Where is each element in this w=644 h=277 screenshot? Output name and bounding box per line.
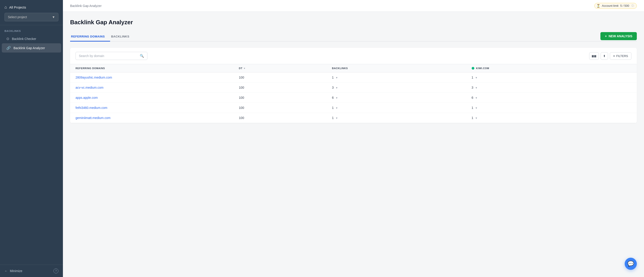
tabs-bar: REFERRING DOMAINS BACKLINKS + NEW ANALYS… — [70, 32, 637, 41]
page-content: Backlink Gap Analyzer REFERRING DOMAINS … — [63, 12, 644, 277]
sidebar: ⌂ All Projects Select project ▼ BACKLINK… — [0, 0, 63, 277]
search-input[interactable] — [79, 54, 138, 58]
table-area: 🔍 ▮▮▮ ⬆ ≡ FILTERS — [70, 48, 637, 123]
cell-kiwi: 1 ▼ — [466, 103, 637, 113]
link-icon: 🔗 — [6, 46, 11, 50]
cell-domain: apps.apple.com — [70, 93, 234, 103]
home-icon: ⌂ — [4, 5, 7, 10]
minimize-label: Minimize — [10, 269, 22, 273]
chevron-down-icon[interactable]: ▼ — [475, 117, 478, 119]
domain-link[interactable]: fethi3460.medium.com — [76, 106, 108, 110]
col-header-referring-domains: REFERRING DOMAINS — [70, 64, 234, 72]
chevron-down-icon[interactable]: ▼ — [336, 117, 338, 119]
tab-referring-domains[interactable]: REFERRING DOMAINS — [70, 32, 110, 41]
all-projects-label: All Projects — [9, 5, 26, 9]
chat-fab-button[interactable]: 💬 — [625, 258, 637, 270]
cell-kiwi: 3 ▼ — [466, 83, 637, 93]
cell-backlinks: 1 ▼ — [326, 113, 466, 123]
chevron-down-icon: ▼ — [52, 15, 55, 19]
chevron-down-icon[interactable]: ▼ — [336, 107, 338, 109]
clock-icon: ⏳ — [596, 4, 600, 8]
cell-kiwi: 1 ▼ — [466, 72, 637, 83]
col-header-dt[interactable]: DT ▼ — [234, 64, 326, 72]
cell-backlinks: 3 ▼ — [326, 83, 466, 93]
cell-backlinks: 1 ▼ — [326, 103, 466, 113]
data-table: REFERRING DOMAINS DT ▼ BACKLINKS — [70, 64, 637, 123]
search-icon: 🔍 — [140, 54, 144, 58]
new-analysis-button[interactable]: + NEW ANALYSIS — [600, 32, 637, 40]
topbar: Backlink Gap Analyzer ⏳ Account limit 5 … — [63, 0, 644, 12]
sidebar-item-backlink-checker[interactable]: ⊙ Backlink Checker — [2, 34, 61, 43]
chevron-down-icon[interactable]: ▼ — [475, 96, 478, 99]
filters-button[interactable]: ≡ FILTERS — [610, 52, 632, 60]
table-row: geminiimatt.medium.com 100 1 ▼ 1 ▼ — [70, 113, 637, 123]
main-content: Backlink Gap Analyzer ⏳ Account limit 5 … — [63, 0, 644, 277]
cell-backlinks: 6 ▼ — [326, 93, 466, 103]
kiwi-dot-icon — [472, 67, 474, 70]
table-row: 2809ayushic.medium.com 100 1 ▼ 1 ▼ — [70, 72, 637, 83]
sidebar-item-label: Backlink Gap Analyzer — [14, 46, 45, 50]
cell-domain: fethi3460.medium.com — [70, 103, 234, 113]
col-header-backlinks: BACKLINKS — [326, 64, 466, 72]
table-row: fethi3460.medium.com 100 1 ▼ 1 ▼ — [70, 103, 637, 113]
cell-dt: 100 — [234, 72, 326, 83]
domain-link[interactable]: apps.apple.com — [76, 96, 98, 99]
plus-icon: + — [605, 34, 607, 38]
sidebar-item-label: Backlink Checker — [12, 37, 36, 41]
export-button[interactable]: ⬆ — [601, 52, 608, 60]
account-limit-label: Account limit — [602, 4, 618, 7]
sort-icon: ▼ — [243, 67, 246, 70]
cell-dt: 100 — [234, 83, 326, 93]
select-project-dropdown[interactable]: Select project ▼ — [4, 13, 58, 21]
columns-icon: ▮▮▮ — [592, 54, 596, 58]
filters-label: FILTERS — [616, 54, 628, 58]
backlinks-section-label: BACKLINKS — [0, 25, 63, 34]
toolbar-right: ▮▮▮ ⬆ ≡ FILTERS — [589, 52, 632, 60]
cell-dt: 100 — [234, 113, 326, 123]
table-toolbar: 🔍 ▮▮▮ ⬆ ≡ FILTERS — [70, 48, 637, 64]
chevron-down-icon[interactable]: ▼ — [475, 76, 478, 79]
chevron-down-icon[interactable]: ▼ — [336, 86, 338, 89]
cell-dt: 100 — [234, 103, 326, 113]
columns-view-button[interactable]: ▮▮▮ — [589, 52, 599, 60]
table-row: acv-vc.medium.com 100 3 ▼ 3 ▼ — [70, 83, 637, 93]
backlink-checker-icon: ⊙ — [6, 36, 9, 41]
tab-backlinks[interactable]: BACKLINKS — [110, 32, 134, 41]
new-analysis-label: NEW ANALYSIS — [608, 34, 632, 38]
all-projects-button[interactable]: ⌂ All Projects — [4, 5, 26, 10]
minimize-button[interactable]: ← Minimize ? — [0, 265, 63, 277]
table-row: apps.apple.com 100 6 ▼ 6 ▼ — [70, 93, 637, 103]
chevron-down-icon[interactable]: ▼ — [336, 96, 338, 99]
chevron-down-icon[interactable]: ▼ — [475, 107, 478, 109]
cell-backlinks: 1 ▼ — [326, 72, 466, 83]
upload-icon: ⬆ — [603, 54, 606, 58]
chevron-down-icon[interactable]: ▼ — [336, 76, 338, 79]
domain-link[interactable]: 2809ayushic.medium.com — [76, 76, 112, 79]
cell-domain: acv-vc.medium.com — [70, 83, 234, 93]
account-limit-badge: ⏳ Account limit 5 / 500 ⓘ — [594, 3, 637, 9]
domain-link[interactable]: acv-vc.medium.com — [76, 86, 103, 89]
select-project-label: Select project — [8, 15, 27, 19]
filter-icon: ≡ — [613, 54, 615, 58]
chevron-down-icon[interactable]: ▼ — [475, 86, 478, 89]
cell-domain: geminiimatt.medium.com — [70, 113, 234, 123]
question-mark-icon: ? — [55, 269, 57, 273]
search-box[interactable]: 🔍 — [76, 52, 148, 60]
chat-icon: 💬 — [627, 261, 634, 267]
col-header-kiwi: KIWI.COM — [466, 64, 637, 72]
tabs: REFERRING DOMAINS BACKLINKS — [70, 32, 135, 41]
page-title: Backlink Gap Analyzer — [70, 19, 637, 26]
info-icon[interactable]: ⓘ — [632, 4, 634, 7]
breadcrumb: Backlink Gap Analyzer — [70, 4, 102, 8]
sidebar-item-backlink-gap-analyzer[interactable]: 🔗 Backlink Gap Analyzer — [2, 43, 61, 52]
cell-dt: 100 — [234, 93, 326, 103]
cell-kiwi: 1 ▼ — [466, 113, 637, 123]
arrow-left-icon: ← — [4, 269, 8, 273]
cell-kiwi: 6 ▼ — [466, 93, 637, 103]
account-limit-value: 5 / 500 — [620, 4, 629, 7]
domain-link[interactable]: geminiimatt.medium.com — [76, 116, 110, 120]
cell-domain: 2809ayushic.medium.com — [70, 72, 234, 83]
help-button[interactable]: ? — [54, 269, 58, 274]
